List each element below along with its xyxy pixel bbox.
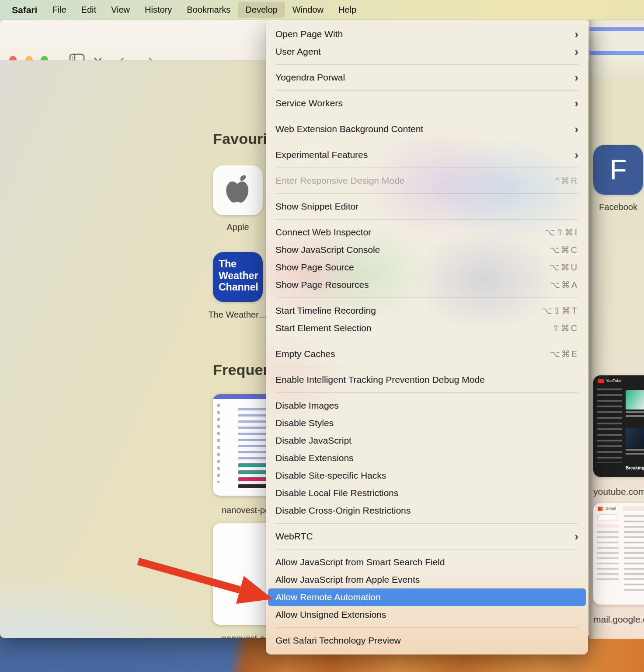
menu-item-experimental-features[interactable]: Experimental Features › bbox=[266, 146, 588, 164]
menu-item-label: Enable Intelligent Tracking Prevention D… bbox=[275, 374, 485, 385]
menu-item-label: Service Workers bbox=[275, 98, 343, 108]
menu-item-show-snippet-editor[interactable]: Show Snippet Editor bbox=[266, 198, 588, 215]
menu-separator bbox=[266, 164, 588, 172]
submenu-chevron-icon: › bbox=[574, 149, 578, 161]
menu-separator bbox=[266, 337, 588, 345]
background-safari-window bbox=[589, 20, 644, 639]
menu-separator bbox=[266, 363, 588, 371]
favourite-tile-weather-channel[interactable]: The Weather Channel bbox=[213, 252, 263, 302]
menu-item-allow-unsigned-extensions[interactable]: Allow Unsigned Extensions bbox=[266, 606, 588, 623]
menu-item-disable-extensions[interactable]: Disable Extensions bbox=[266, 449, 588, 467]
menu-item-label: Experimental Features bbox=[275, 150, 368, 160]
menu-item-disable-javascript[interactable]: Disable JavaScript bbox=[266, 432, 588, 449]
menu-item-label: Disable Site-specific Hacks bbox=[275, 470, 386, 481]
menu-item-disable-cross-origin-restrictions[interactable]: Disable Cross-Origin Restrictions bbox=[266, 502, 588, 519]
menu-separator bbox=[266, 519, 588, 528]
menubar-item-help[interactable]: Help bbox=[331, 2, 364, 18]
menu-item-label: Allow Remote Automation bbox=[275, 592, 380, 602]
menu-item-start-element-selection[interactable]: Start Element Selection ⇧⌘C bbox=[266, 319, 588, 337]
menu-item-web-extension-background-content[interactable]: Web Extension Background Content › bbox=[266, 120, 588, 138]
menu-item-label: Disable Local File Restrictions bbox=[275, 488, 398, 498]
menu-item-webrtc[interactable]: WebRTC › bbox=[266, 528, 588, 545]
menu-item-label: Connect Web Inspector bbox=[275, 227, 371, 238]
favourite-tile-apple[interactable] bbox=[213, 165, 263, 215]
menu-separator bbox=[266, 138, 588, 146]
submenu-chevron-icon: › bbox=[574, 123, 578, 135]
menu-item-get-safari-technology-preview[interactable]: Get Safari Technology Preview bbox=[266, 632, 588, 649]
menubar-item-window[interactable]: Window bbox=[285, 2, 331, 18]
menu-separator bbox=[266, 189, 588, 198]
menu-item-shortcut: ⇧⌘C bbox=[552, 323, 578, 333]
menu-item-label: Disable Styles bbox=[275, 418, 334, 428]
menu-item-label: Show Page Source bbox=[275, 262, 354, 273]
menu-item-label: Open Page With bbox=[275, 29, 343, 39]
submenu-chevron-icon: › bbox=[574, 28, 578, 40]
submenu-chevron-icon: › bbox=[574, 72, 578, 83]
menu-separator bbox=[266, 388, 588, 397]
menu-item-label: Allow JavaScript from Apple Events bbox=[275, 574, 420, 585]
menu-item-label: WebRTC bbox=[275, 531, 313, 542]
menubar-item-view[interactable]: View bbox=[104, 2, 137, 18]
menu-item-label: Enter Responsive Design Mode bbox=[275, 175, 404, 186]
menu-separator bbox=[266, 215, 588, 224]
menu-item-enable-intelligent-tracking-prevention-debug-mode[interactable]: Enable Intelligent Tracking Prevention D… bbox=[266, 371, 588, 388]
menu-item-label: Show JavaScript Console bbox=[275, 245, 380, 255]
menubar-item-edit[interactable]: Edit bbox=[74, 2, 104, 18]
apple-logo-icon bbox=[224, 175, 251, 206]
menu-item-label: Allow Unsigned Extensions bbox=[275, 609, 386, 620]
menu-item-disable-local-file-restrictions[interactable]: Disable Local File Restrictions bbox=[266, 484, 588, 502]
menu-item-label: Disable JavaScript bbox=[275, 435, 352, 446]
menu-item-label: User Agent bbox=[275, 46, 321, 57]
menu-item-label: Allow JavaScript from Smart Search Field bbox=[275, 557, 445, 567]
menu-separator bbox=[266, 86, 588, 94]
menu-item-shortcut: ⌥⇧⌘T bbox=[542, 305, 578, 316]
menu-separator bbox=[266, 112, 588, 120]
submenu-chevron-icon: › bbox=[574, 98, 578, 109]
menu-item-label: Disable Images bbox=[275, 400, 339, 411]
menu-item-shortcut: ⌥⌘E bbox=[550, 349, 578, 359]
menu-item-connect-web-inspector[interactable]: Connect Web Inspector ⌥⇧⌘I bbox=[266, 224, 588, 241]
menu-item-disable-site-specific-hacks[interactable]: Disable Site-specific Hacks bbox=[266, 467, 588, 484]
menubar-item-develop[interactable]: Develop bbox=[238, 2, 285, 18]
menu-item-shortcut: ^⌘R bbox=[555, 175, 578, 186]
menubar-item-safari[interactable]: Safari bbox=[4, 2, 45, 18]
menu-item-start-timeline-recording[interactable]: Start Timeline Recording ⌥⇧⌘T bbox=[266, 302, 588, 319]
background-window-tab-stripe bbox=[589, 27, 644, 31]
menubar-item-file[interactable]: File bbox=[45, 2, 73, 18]
menu-item-disable-images[interactable]: Disable Images bbox=[266, 397, 588, 414]
menu-item-label: Start Element Selection bbox=[275, 323, 371, 333]
menu-item-shortcut: ⌥⌘C bbox=[550, 245, 579, 255]
menu-item-open-page-with[interactable]: Open Page With › bbox=[266, 25, 588, 43]
menu-item-allow-remote-automation[interactable]: Allow Remote Automation bbox=[268, 588, 586, 606]
menu-item-show-page-resources[interactable]: Show Page Resources ⌥⌘A bbox=[266, 276, 588, 294]
menu-item-show-page-source[interactable]: Show Page Source ⌥⌘U bbox=[266, 259, 588, 276]
menu-item-label: Start Timeline Recording bbox=[275, 305, 376, 316]
menu-item-service-workers[interactable]: Service Workers › bbox=[266, 94, 588, 112]
menu-item-empty-caches[interactable]: Empty Caches ⌥⌘E bbox=[266, 345, 588, 363]
mini-page-sidebar bbox=[217, 404, 220, 483]
menu-item-label: Get Safari Technology Preview bbox=[275, 635, 401, 646]
menu-item-allow-javascript-from-smart-search-field[interactable]: Allow JavaScript from Smart Search Field bbox=[266, 553, 588, 571]
menu-separator bbox=[266, 623, 588, 632]
favourite-label-apple: Apple bbox=[205, 221, 271, 233]
menu-item-user-agent[interactable]: User Agent › bbox=[266, 43, 588, 60]
menubar-item-history[interactable]: History bbox=[137, 2, 179, 18]
menu-item-allow-javascript-from-apple-events[interactable]: Allow JavaScript from Apple Events bbox=[266, 571, 588, 588]
menu-item-shortcut: ⌥⌘U bbox=[550, 262, 579, 273]
develop-menu: Open Page With › User Agent › Yogendra P… bbox=[266, 20, 588, 654]
menubar-item-bookmarks[interactable]: Bookmarks bbox=[179, 2, 238, 18]
menu-item-enter-responsive-design-mode: Enter Responsive Design Mode ^⌘R bbox=[266, 172, 588, 189]
menu-item-show-javascript-console[interactable]: Show JavaScript Console ⌥⌘C bbox=[266, 241, 588, 259]
menu-item-label: Yogendra Porwal bbox=[275, 72, 345, 83]
menu-separator bbox=[266, 294, 588, 302]
menu-separator bbox=[266, 60, 588, 69]
menu-item-label: Show Page Resources bbox=[275, 280, 369, 290]
menu-item-label: Disable Cross-Origin Restrictions bbox=[275, 505, 411, 516]
menu-item-label: Disable Extensions bbox=[275, 453, 354, 463]
favourite-label-weather: The Weather… bbox=[205, 309, 271, 320]
menu-item-yogendra-porwal[interactable]: Yogendra Porwal › bbox=[266, 69, 588, 86]
menu-item-label: Show Snippet Editor bbox=[275, 201, 359, 212]
menubar: SafariFileEditViewHistoryBookmarksDevelo… bbox=[0, 0, 644, 20]
menu-item-shortcut: ⌥⌘A bbox=[550, 280, 578, 290]
menu-item-disable-styles[interactable]: Disable Styles bbox=[266, 414, 588, 432]
